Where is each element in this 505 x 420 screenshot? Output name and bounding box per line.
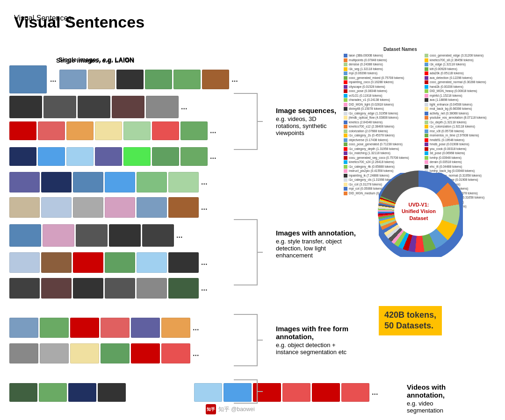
dataset-color-indicator	[425, 165, 428, 169]
dataset-color-indicator	[344, 156, 347, 160]
dataset-item-text: ada20k (0.0511B tokens)	[430, 71, 464, 75]
dataset-item: youtube_vos_annotation (8.07118 tokens)	[425, 116, 502, 120]
dataset-color-indicator	[344, 89, 347, 93]
img-placeholder	[109, 224, 141, 247]
img-placeholder	[137, 172, 167, 192]
img-placeholder	[312, 383, 340, 402]
img-placeholder	[9, 172, 40, 192]
img-placeholder	[152, 121, 179, 140]
dataset-item: mpii4d (1.15218 tokens)	[425, 94, 502, 98]
dataset-color-indicator	[344, 134, 347, 137]
dataset-item-text: inpainting_coco (0.16288 tokens)	[349, 80, 394, 84]
dataset-item-text: light_enhance (0.04508 tokens)	[430, 103, 472, 107]
single-images-label-text: Single images, e.g. LAION	[56, 57, 134, 64]
token-badge: 420B tokens,50 Datasets.	[379, 306, 442, 335]
dataset-item-text: mpii4d (1.15218 tokens)	[430, 94, 462, 98]
img-placeholder	[9, 65, 47, 93]
img-placeholder	[180, 147, 208, 166]
img-placeholder	[76, 224, 108, 247]
img-placeholder	[70, 318, 99, 338]
dataset-item: cocu_generated_seg_coco (0.75708 tokens)	[344, 156, 421, 160]
ellipsis-5: ...	[210, 152, 216, 161]
img-placeholder	[9, 224, 41, 247]
dataset-item-text: coco_pose (0.38348 tokens)	[349, 89, 387, 93]
dataset-item: mpi (0.06398 tokens)	[344, 71, 421, 75]
img-placeholder	[98, 383, 126, 402]
row-video-2: ...	[194, 383, 379, 402]
img-placeholder	[116, 70, 144, 89]
dataset-item-text: kinetics700_s8 (2.36458 tokens)	[430, 58, 474, 62]
img-placeholder	[9, 121, 36, 140]
dataset-color-indicator	[425, 121, 428, 124]
dataset-color-indicator	[344, 183, 347, 186]
dataset-item: hand2k (0.00208 tokens)	[425, 85, 502, 89]
dataset-color-indicator	[425, 80, 428, 84]
dataset-item-text: laion (3Bb.0000B tokens)	[349, 54, 383, 57]
dataset-item-text: i1x_matching (1.32118 tokens)	[349, 151, 390, 155]
img-placeholder	[173, 70, 201, 89]
watermark-text: 知乎 @baowei	[218, 406, 255, 413]
img-placeholder	[137, 197, 167, 218]
dataset-item: kinetics700_s24 (2.26418 tokens)	[344, 160, 421, 164]
dataset-item-text: objectverse (0.17438 tokens)	[349, 138, 388, 142]
dataset-item: DID_MGN_heavy (0.00818 tokens)	[425, 89, 502, 93]
dataset-item: DID_MGN_light (0.02818 tokens)	[344, 103, 421, 107]
img-placeholder	[39, 383, 67, 402]
img-placeholder	[146, 96, 179, 118]
img-placeholder	[101, 318, 130, 338]
dataset-color-indicator	[344, 121, 347, 124]
img-placeholder	[105, 172, 135, 192]
dataset-item-text: i1x_depth (1.32118 tokens)	[430, 121, 467, 124]
dataset-color-indicator	[344, 169, 347, 173]
dataset-item-text: mpi_cot (0.05068 tokens)	[349, 187, 383, 191]
img-placeholder	[40, 318, 69, 338]
dataset-item-text: kinetics (2.84348 tokens)	[349, 121, 382, 124]
dataset-color-indicator	[344, 80, 347, 84]
img-placeholder	[9, 252, 40, 273]
dataset-color-indicator	[344, 192, 347, 195]
dataset-item: i1x_category_edge (1.31958 tokens)	[344, 112, 421, 115]
row-annotation-3: ...	[9, 252, 208, 273]
dataset-item-text: DID_MGN_heavy (0.00818 tokens)	[430, 89, 477, 93]
dataset-item: colorization (2.07688 tokens)	[344, 129, 421, 133]
dataset-item-text: hmdb_pose (0.01908 tokens)	[430, 142, 469, 146]
pie-inner-text: UVD-V1:Unified VisionDataset	[402, 201, 436, 221]
dataset-color-indicator	[425, 160, 428, 164]
dataset-color-indicator	[425, 116, 428, 120]
dataset-item-text: vcf1/21 (0.11918 tokens)	[349, 94, 382, 98]
dataset-color-indicator	[344, 71, 347, 75]
dataset-color-indicator	[425, 98, 428, 102]
row-annotation-4: ...	[9, 278, 208, 299]
pie-chart-inner: UVD-V1:Unified VisionDataset	[394, 187, 443, 236]
img-placeholder	[137, 278, 167, 299]
img-placeholder	[137, 252, 167, 273]
videos-annotation-normal: e.g. videosegmentation	[407, 400, 500, 414]
dataset-item: coco_pose (0.38348 tokens)	[344, 89, 421, 93]
dataset-color-indicator	[344, 125, 347, 128]
img-placeholder	[131, 343, 160, 363]
dataset-color-indicator	[425, 142, 428, 146]
img-placeholder	[168, 172, 199, 192]
dataset-item: cityscape (0.01528 tokens)	[344, 85, 421, 89]
img-placeholder	[194, 383, 222, 402]
ellipsis-2: ...	[231, 75, 238, 84]
dataset-color-indicator	[425, 89, 428, 93]
dataset-color-indicator	[344, 107, 347, 111]
img-placeholder	[78, 96, 110, 118]
img-placeholder	[105, 252, 135, 273]
img-placeholder	[66, 121, 94, 140]
dataset-color-indicator	[344, 187, 347, 191]
img-placeholder	[105, 197, 135, 218]
img-placeholder	[168, 252, 199, 273]
dataset-item-text: ava (1.18898 tokens)	[430, 98, 458, 102]
dataset-item: i1x_category_2s (0.45378 tokens)	[344, 134, 421, 137]
img-placeholder	[180, 121, 208, 140]
dataset-item-text: derain (0.03518 tokens)	[430, 160, 462, 164]
dataset-item-text: coco_generated_edge (3.31208 tokens)	[430, 54, 483, 57]
img-placeholder	[59, 70, 87, 89]
dataset-item: jhmdb_optical_flow (4.03808 tokens)	[344, 116, 421, 120]
img-placeholder	[41, 197, 72, 218]
images-freeform-bold: Images with free formannotation,	[276, 325, 383, 341]
img-placeholder	[41, 278, 72, 299]
dataset-color-indicator	[344, 67, 347, 71]
